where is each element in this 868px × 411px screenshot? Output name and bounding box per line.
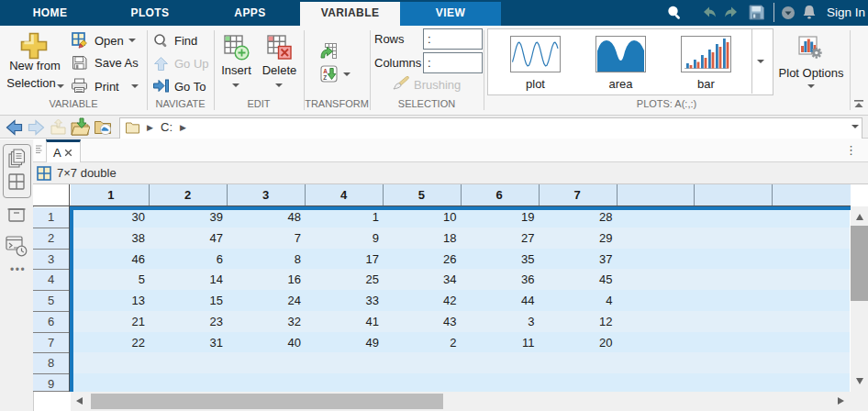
svg-text:Z: Z — [323, 74, 327, 81]
svg-text:A: A — [323, 68, 328, 74]
